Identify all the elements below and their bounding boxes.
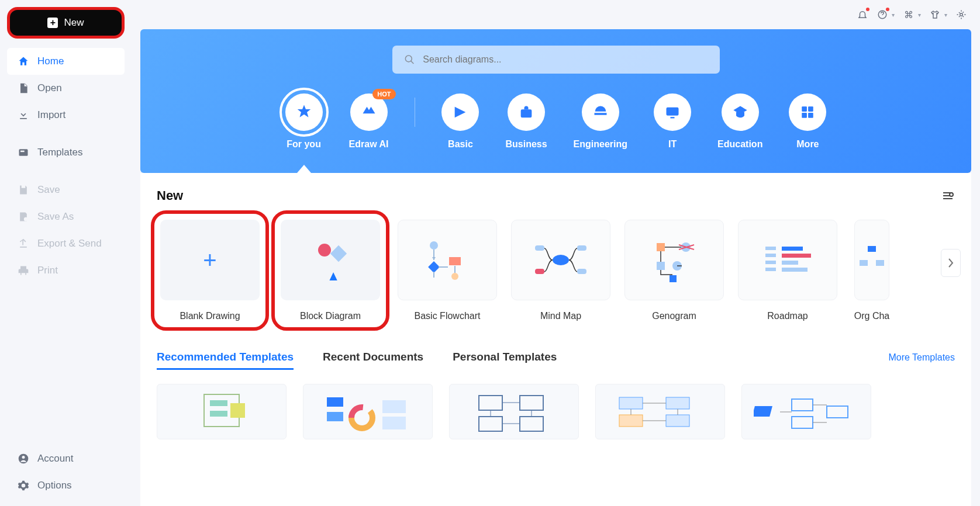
tab-personal[interactable]: Personal Templates	[453, 351, 557, 368]
category-engineering[interactable]: Engineering	[574, 93, 627, 150]
template-roadmap[interactable]: Roadmap	[738, 220, 837, 321]
svg-rect-47	[876, 260, 884, 266]
template-label: Roadmap	[767, 311, 808, 321]
engineering-icon	[582, 93, 619, 131]
svg-rect-60	[479, 417, 502, 431]
sidebar-item-save: Save	[7, 176, 125, 203]
svg-marker-26	[432, 257, 436, 260]
template-org-chart[interactable]: Org Cha	[851, 220, 892, 321]
tab-recommended[interactable]: Recommended Templates	[157, 351, 294, 370]
category-edraw-ai[interactable]: HOT Edraw AI	[349, 93, 389, 150]
plus-icon: +	[47, 18, 58, 28]
templates-row: + Blank Drawing Block Diagram Basic Flow…	[157, 220, 955, 321]
svg-rect-8	[521, 109, 532, 117]
category-education[interactable]: Education	[717, 93, 762, 150]
import-icon	[18, 109, 29, 121]
filter-icon[interactable]	[941, 189, 955, 203]
template-block-diagram[interactable]: Block Diagram	[271, 210, 389, 331]
it-icon	[654, 93, 691, 131]
category-label: Basic	[448, 139, 473, 150]
sidebar-item-label: Templates	[37, 147, 82, 158]
recommended-thumbnail[interactable]	[741, 384, 871, 439]
new-button[interactable]: + New	[7, 7, 125, 39]
svg-point-6	[960, 13, 963, 16]
svg-point-27	[553, 255, 569, 265]
svg-rect-34	[657, 262, 665, 270]
search-input[interactable]	[423, 54, 708, 65]
template-blank-drawing[interactable]: + Blank Drawing	[151, 210, 269, 331]
template-label: Org Cha	[854, 311, 889, 321]
save-icon	[18, 184, 29, 196]
template-thumbnail: +	[160, 220, 260, 300]
template-label: Genogram	[652, 311, 696, 321]
category-label: Edraw AI	[349, 139, 389, 150]
basic-icon	[441, 93, 479, 131]
svg-rect-29	[535, 269, 544, 274]
education-icon	[722, 93, 759, 131]
svg-rect-31	[577, 269, 586, 274]
notification-dot	[866, 8, 869, 11]
svg-rect-50	[210, 411, 227, 417]
sidebar-item-import[interactable]: Import	[7, 102, 125, 129]
template-genogram[interactable]: Genogram	[624, 220, 724, 321]
ai-icon: HOT	[350, 93, 388, 131]
svg-rect-53	[327, 412, 343, 421]
svg-rect-45	[868, 246, 876, 252]
svg-rect-36	[670, 275, 677, 282]
template-label: Mind Map	[540, 311, 581, 321]
svg-rect-63	[619, 415, 643, 427]
template-label: Basic Flowchart	[415, 311, 481, 321]
recommended-row	[157, 384, 955, 439]
sidebar-item-home[interactable]: Home	[7, 48, 125, 75]
sidebar-item-open[interactable]: Open	[7, 75, 125, 102]
recommended-thumbnail[interactable]	[303, 384, 433, 439]
svg-rect-38	[765, 254, 776, 257]
svg-point-19	[318, 244, 331, 257]
svg-rect-30	[577, 245, 586, 251]
account-icon	[18, 453, 29, 465]
sidebar-item-options[interactable]: Options	[7, 472, 125, 499]
template-basic-flowchart[interactable]: Basic Flowchart	[398, 220, 497, 321]
command-icon[interactable]: ⌘	[903, 9, 915, 20]
category-more[interactable]: More	[789, 93, 826, 150]
svg-rect-64	[666, 397, 689, 409]
category-basic[interactable]: Basic	[441, 93, 479, 150]
search-box[interactable]	[392, 46, 720, 74]
svg-rect-59	[520, 396, 543, 410]
category-business[interactable]: Business	[505, 93, 547, 150]
settings-icon[interactable]	[955, 9, 967, 20]
svg-rect-12	[808, 106, 813, 112]
bell-icon[interactable]	[857, 9, 868, 20]
template-mind-map[interactable]: Mind Map	[511, 220, 610, 321]
recommended-thumbnail[interactable]	[595, 384, 725, 439]
more-templates-link[interactable]: More Templates	[888, 352, 955, 363]
category-label: IT	[668, 139, 677, 150]
templates-next-button[interactable]	[941, 249, 961, 277]
svg-rect-14	[808, 113, 813, 118]
category-list: For you HOT Edraw AI Basic Bus	[285, 93, 827, 150]
recommended-thumbnail[interactable]	[157, 384, 287, 439]
sidebar-item-account[interactable]: Account	[7, 445, 125, 472]
help-icon[interactable]	[877, 9, 888, 20]
shirt-icon[interactable]	[929, 9, 941, 20]
svg-rect-13	[802, 113, 808, 118]
category-for-you[interactable]: For you	[285, 93, 323, 150]
for-you-icon	[285, 93, 323, 131]
recommended-thumbnail[interactable]	[449, 384, 579, 439]
chevron-down-icon: ▾	[944, 12, 947, 18]
sidebar: + New Home Open Import Templates Save	[0, 0, 132, 506]
svg-rect-9	[667, 108, 679, 116]
category-label: More	[796, 139, 819, 150]
notification-dot	[886, 8, 889, 11]
svg-rect-10	[671, 117, 675, 118]
svg-rect-66	[754, 406, 772, 417]
template-label: Block Diagram	[300, 311, 361, 321]
svg-rect-28	[535, 245, 544, 251]
sidebar-item-label: Save	[37, 184, 60, 196]
category-it[interactable]: IT	[654, 93, 691, 150]
sidebar-item-label: Account	[37, 453, 73, 465]
template-thumbnail	[511, 220, 610, 300]
sidebar-item-label: Open	[37, 82, 62, 94]
sidebar-item-templates[interactable]: Templates	[7, 139, 125, 166]
tab-recent[interactable]: Recent Documents	[323, 351, 423, 368]
